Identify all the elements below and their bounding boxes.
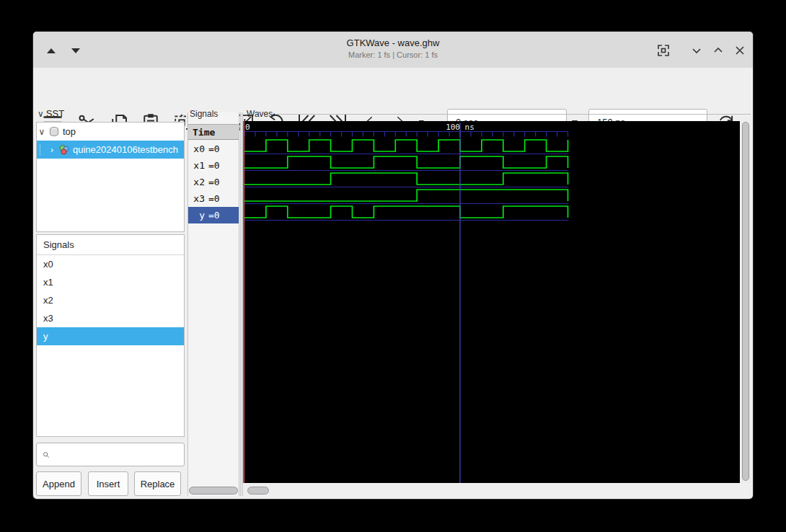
value-row-x1[interactable]: x1 =0: [188, 157, 239, 174]
value-row-x0[interactable]: x0 =0: [188, 141, 239, 157]
sst-expander-icon[interactable]: ∨: [37, 110, 44, 118]
replace-button[interactable]: Replace: [134, 471, 181, 496]
maximize-icon: [655, 42, 672, 59]
sst-label: SST: [46, 108, 64, 119]
value-name: x2: [193, 177, 205, 187]
component-icon: [58, 144, 70, 156]
timeline-cursor-label: 100 ns: [438, 123, 482, 132]
value-text: =0: [208, 193, 220, 204]
chevron-down-icon: [688, 42, 705, 59]
values-frame-label: Signals: [190, 109, 218, 119]
close-button[interactable]: [731, 42, 749, 59]
value-name: x0: [193, 143, 205, 154]
waves-vertical-scrollbar[interactable]: [741, 121, 751, 483]
value-text: =0: [208, 160, 220, 171]
module-icon: [48, 126, 60, 138]
minimize-button[interactable]: [688, 42, 705, 59]
search-icon: [43, 449, 50, 461]
wave-canvas[interactable]: [243, 121, 740, 483]
toolbar: From: To:: [33, 68, 753, 107]
window-title: GTKWave - wave.ghw: [33, 37, 753, 48]
tree-node-testbench[interactable]: › quine20240106testbench: [37, 141, 184, 159]
gtkwave-window: GTKWave - wave.ghw Marker: 1 fs | Cursor…: [33, 32, 753, 499]
desktop: { "titlebar": { "title": "GTKWave - wave…: [0, 0, 786, 532]
value-row-y[interactable]: y =0: [188, 207, 239, 223]
waves-frame-line: [276, 114, 751, 115]
value-name: y: [193, 210, 205, 221]
maximize-button[interactable]: [655, 42, 672, 59]
signal-item-x1[interactable]: x1: [37, 273, 184, 291]
signal-search[interactable]: [36, 443, 185, 466]
tree-guide-line: [40, 145, 47, 155]
values-panel: Time x0 =0 x1 =0 x2 =0 x3 =0 y =0: [187, 112, 239, 496]
value-row-x2[interactable]: x2 =0: [188, 174, 239, 190]
value-row-x3[interactable]: x3 =0: [188, 190, 239, 207]
tree-node-label: quine20240106testbench: [73, 144, 178, 155]
chevron-up-icon: [710, 42, 727, 59]
close-icon: [731, 42, 749, 59]
value-text: =0: [208, 143, 220, 154]
signal-item-x3[interactable]: x3: [37, 309, 184, 327]
waves-frame-label: Waves: [247, 109, 273, 119]
signal-item-y[interactable]: y: [37, 327, 184, 345]
waves-vertical-scrollbar-thumb[interactable]: [742, 122, 749, 481]
expander-open-icon[interactable]: ∨: [37, 127, 47, 137]
marker-cursor-status: Marker: 1 fs | Cursor: 1 fs: [33, 50, 753, 59]
time-header[interactable]: Time: [188, 124, 239, 140]
values-horizontal-scrollbar-thumb[interactable]: [189, 487, 238, 495]
append-button[interactable]: Append: [36, 471, 81, 496]
signal-list-header: Signals: [37, 235, 184, 255]
insert-button[interactable]: Insert: [88, 471, 128, 496]
restore-button[interactable]: [710, 42, 727, 59]
value-text: =0: [208, 210, 220, 221]
signal-item-x2[interactable]: x2: [37, 291, 184, 309]
search-input[interactable]: [54, 448, 184, 461]
tree-node-top[interactable]: ∨ top: [37, 123, 184, 141]
tree-node-label: top: [63, 126, 76, 137]
signal-facility-list: Signals x0 x1 x2 x3 y: [36, 234, 185, 437]
waves-horizontal-scrollbar-thumb[interactable]: [247, 487, 269, 495]
expander-closed-icon[interactable]: ›: [47, 145, 57, 155]
signal-item-x0[interactable]: x0: [37, 255, 184, 273]
sst-tree: ∨ top › quine20240106testbench: [36, 122, 185, 232]
sst-header[interactable]: ∨ SST: [37, 108, 64, 119]
value-name: x3: [193, 193, 205, 204]
timeline-start-label: 0: [245, 123, 250, 132]
value-text: =0: [208, 177, 220, 187]
titlebar[interactable]: GTKWave - wave.ghw Marker: 1 fs | Cursor…: [33, 32, 753, 68]
value-name: x1: [193, 160, 205, 171]
waveform-plot: [243, 121, 740, 483]
